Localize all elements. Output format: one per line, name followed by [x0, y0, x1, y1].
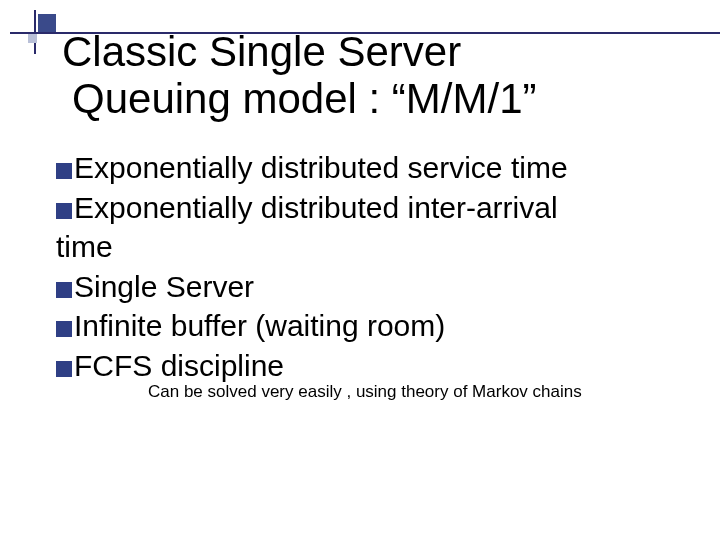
title-line: Classic Single Server — [62, 28, 680, 75]
bullet-icon — [56, 282, 72, 298]
vertical-line — [34, 10, 36, 54]
bullet-text: FCFS discipline — [74, 349, 284, 382]
bullet-text: Exponentially distributed inter-arrival — [74, 191, 558, 224]
slide-title: Classic Single Server Queuing model : “M… — [62, 28, 680, 122]
bullet-icon — [56, 203, 72, 219]
slide: Classic Single Server Queuing model : “M… — [0, 0, 720, 540]
bullet-text: Exponentially distributed service time — [74, 151, 568, 184]
square-icon — [38, 14, 56, 32]
bullet-item: FCFS discipline — [56, 346, 680, 386]
bullet-continuation: time — [56, 227, 680, 267]
bullet-icon — [56, 361, 72, 377]
bullet-item: Exponentially distributed inter-arrival — [56, 188, 680, 228]
title-line: Queuing model : “M/M/1” — [62, 75, 680, 122]
square-icon — [28, 34, 37, 43]
bullet-item: Infinite buffer (waiting room) — [56, 306, 680, 346]
bullet-item: Single Server — [56, 267, 680, 307]
sub-note: Can be solved very easily , using theory… — [148, 382, 690, 402]
bullet-icon — [56, 163, 72, 179]
bullet-text: Single Server — [74, 270, 254, 303]
bullet-icon — [56, 321, 72, 337]
bullet-item: Exponentially distributed service time — [56, 148, 680, 188]
bullet-text: Infinite buffer (waiting room) — [74, 309, 445, 342]
slide-body: Exponentially distributed service time E… — [56, 148, 680, 386]
